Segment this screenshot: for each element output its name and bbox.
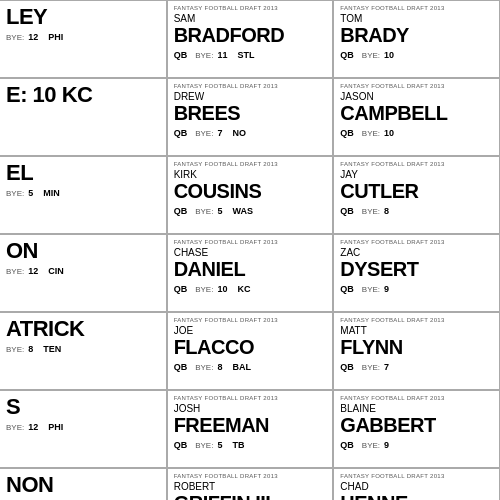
bye-label: BYE:	[195, 129, 213, 138]
fantasy-label: FANTASY FOOTBALL DRAFT 2013	[174, 395, 327, 402]
bye-label: BYE:	[362, 207, 380, 216]
stats-row: QBBYE:5WAS	[174, 206, 327, 216]
team: TB	[232, 440, 244, 450]
position: QB	[174, 128, 188, 138]
bye-label: BYE:	[362, 363, 380, 372]
last-name: GABBERT	[340, 415, 493, 436]
stats-row: QBBYE:5TB	[174, 440, 327, 450]
position: QB	[340, 206, 354, 216]
last-name: FLYNN	[340, 337, 493, 358]
fantasy-label: FANTASY FOOTBALL DRAFT 2013	[174, 317, 327, 324]
fantasy-label: FANTASY FOOTBALL DRAFT 2013	[340, 395, 493, 402]
fantasy-label: FANTASY FOOTBALL DRAFT 2013	[340, 161, 493, 168]
bye-label: BYE:	[195, 207, 213, 216]
last-name: HENNE	[340, 493, 493, 500]
last-name: BRADFORD	[174, 25, 327, 46]
bye-label: BYE:	[195, 51, 213, 60]
last-name: FLACCO	[174, 337, 327, 358]
position: QB	[174, 50, 188, 60]
player-card-left-0: LEYBYE:12PHI	[0, 0, 167, 78]
team: NO	[232, 128, 246, 138]
bye-value: 11	[217, 50, 227, 60]
stats-row: BYE:12CIN	[6, 266, 160, 276]
last-name: DANIEL	[174, 259, 327, 280]
partial-last-name: ON	[6, 239, 160, 262]
team: PHI	[48, 32, 63, 42]
player-card-left-2: ELBYE:5MIN	[0, 156, 167, 234]
bye-value: 10	[384, 50, 394, 60]
player-card-right-5: FANTASY FOOTBALL DRAFT 2013BLAINEGABBERT…	[333, 390, 500, 468]
bye-value: 5	[28, 188, 33, 198]
player-card-left-6: NONBYE:5TB	[0, 468, 167, 500]
player-card-mid-3: FANTASY FOOTBALL DRAFT 2013CHASEDANIELQB…	[167, 234, 334, 312]
player-card-right-4: FANTASY FOOTBALL DRAFT 2013MATTFLYNNQBBY…	[333, 312, 500, 390]
stats-row: QBBYE:8BAL	[174, 362, 327, 372]
fantasy-label: FANTASY FOOTBALL DRAFT 2013	[340, 5, 493, 12]
last-name: GRIFFIN III	[174, 493, 327, 500]
bye-label: BYE:	[6, 423, 24, 432]
player-card-mid-0: FANTASY FOOTBALL DRAFT 2013SAMBRADFORDQB…	[167, 0, 334, 78]
player-card-left-1: E: 10 KC	[0, 78, 167, 156]
stats-row: QBBYE:11STL	[174, 50, 327, 60]
player-card-right-1: FANTASY FOOTBALL DRAFT 2013JASONCAMPBELL…	[333, 78, 500, 156]
stats-row: QBBYE:8	[340, 206, 493, 216]
partial-last-name: ATRICK	[6, 317, 160, 340]
position: QB	[340, 284, 354, 294]
stats-row: BYE:8TEN	[6, 344, 160, 354]
team: TEN	[43, 344, 61, 354]
player-card-right-3: FANTASY FOOTBALL DRAFT 2013ZACDYSERTQBBY…	[333, 234, 500, 312]
position: QB	[174, 206, 188, 216]
fantasy-label: FANTASY FOOTBALL DRAFT 2013	[174, 83, 327, 90]
bye-value: 8	[28, 344, 33, 354]
player-card-right-2: FANTASY FOOTBALL DRAFT 2013JAYCUTLERQBBY…	[333, 156, 500, 234]
bye-label: BYE:	[362, 129, 380, 138]
fantasy-label: FANTASY FOOTBALL DRAFT 2013	[340, 239, 493, 246]
bye-value: 5	[217, 206, 222, 216]
bye-label: BYE:	[6, 189, 24, 198]
team: CIN	[48, 266, 64, 276]
bye-value: 9	[384, 284, 389, 294]
player-card-right-6: FANTASY FOOTBALL DRAFT 2013CHADHENNEQBBY…	[333, 468, 500, 500]
player-card-mid-4: FANTASY FOOTBALL DRAFT 2013JOEFLACCOQBBY…	[167, 312, 334, 390]
team: MIN	[43, 188, 60, 198]
team: STL	[237, 50, 254, 60]
stats-row: QBBYE:7NO	[174, 128, 327, 138]
bye-label: BYE:	[362, 441, 380, 450]
player-card-left-4: ATRICKBYE:8TEN	[0, 312, 167, 390]
bye-label: BYE:	[362, 51, 380, 60]
player-card-right-0: FANTASY FOOTBALL DRAFT 2013TOMBRADYQBBYE…	[333, 0, 500, 78]
last-name: BREES	[174, 103, 327, 124]
fantasy-label: FANTASY FOOTBALL DRAFT 2013	[174, 473, 327, 480]
bye-label: BYE:	[195, 363, 213, 372]
stats-row: BYE:12PHI	[6, 32, 160, 42]
bye-value: 7	[384, 362, 389, 372]
team: WAS	[232, 206, 253, 216]
bye-value: 8	[384, 206, 389, 216]
stats-row: QBBYE:9	[340, 440, 493, 450]
team: KC	[237, 284, 250, 294]
last-name: CAMPBELL	[340, 103, 493, 124]
bye-label: BYE:	[6, 345, 24, 354]
stats-row: BYE:5MIN	[6, 188, 160, 198]
partial-last-name: E: 10 KC	[6, 83, 160, 106]
last-name: CUTLER	[340, 181, 493, 202]
bye-value: 10	[217, 284, 227, 294]
bye-value: 9	[384, 440, 389, 450]
bye-label: BYE:	[362, 285, 380, 294]
fantasy-label: FANTASY FOOTBALL DRAFT 2013	[340, 83, 493, 90]
last-name: DYSERT	[340, 259, 493, 280]
bye-label: BYE:	[6, 33, 24, 42]
partial-last-name: NON	[6, 473, 160, 496]
fantasy-label: FANTASY FOOTBALL DRAFT 2013	[174, 5, 327, 12]
position: QB	[340, 50, 354, 60]
partial-last-name: EL	[6, 161, 160, 184]
bye-value: 5	[217, 440, 222, 450]
position: QB	[174, 440, 188, 450]
bye-label: BYE:	[195, 285, 213, 294]
position: QB	[174, 362, 188, 372]
bye-value: 12	[28, 266, 38, 276]
team: BAL	[232, 362, 251, 372]
stats-row: QBBYE:7	[340, 362, 493, 372]
last-name: COUSINS	[174, 181, 327, 202]
bye-value: 12	[28, 422, 38, 432]
